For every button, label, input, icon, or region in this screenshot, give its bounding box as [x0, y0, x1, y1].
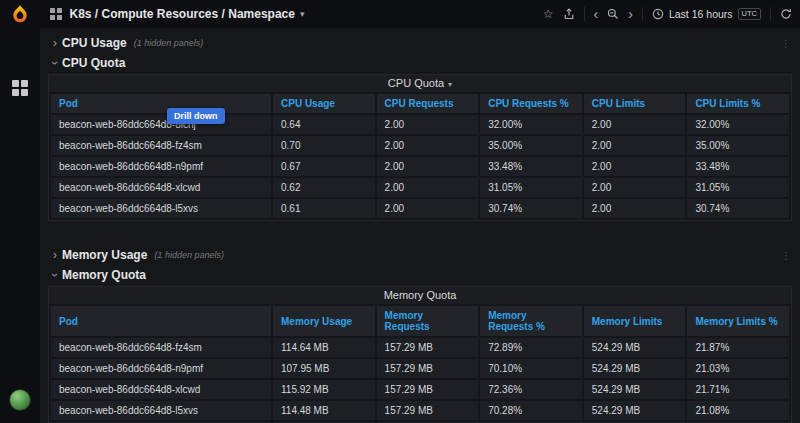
table-row: beacon-web-86ddc664d8-fz4sm0.702.0035.00…	[50, 135, 790, 156]
breadcrumb-chevron-down-icon[interactable]: ▾	[300, 9, 305, 19]
time-range-picker[interactable]: Last 16 hours UTC	[652, 8, 761, 20]
column-header[interactable]: CPU Limits %	[686, 93, 790, 114]
timezone-badge: UTC	[738, 8, 761, 20]
column-header[interactable]: CPU Requests %	[479, 93, 583, 114]
row-title: CPU Usage	[62, 36, 127, 50]
value-cell: 32.00%	[479, 114, 583, 135]
column-header[interactable]: Memory Requests %	[479, 305, 583, 337]
row-cpu-quota[interactable]: › CPU Quota	[48, 53, 792, 73]
divider	[584, 7, 585, 21]
cpu-quota-panel: CPU Quota▾ PodCPU UsageCPU RequestsCPU R…	[48, 74, 792, 221]
value-cell: 107.95 MB	[272, 358, 376, 379]
row-title: Memory Quota	[62, 268, 146, 282]
header-row: PodCPU UsageCPU RequestsCPU Requests %CP…	[50, 93, 790, 114]
value-cell: 157.29 MB	[376, 337, 480, 358]
value-cell: 72.36%	[479, 379, 583, 400]
sidebar-item-dashboards[interactable]	[12, 80, 28, 96]
dashboard-content: › CPU Usage (1 hidden panels) ⋮ › CPU Qu…	[40, 28, 800, 423]
column-header[interactable]: CPU Limits	[583, 93, 687, 114]
value-cell: 30.74%	[686, 198, 790, 219]
column-header[interactable]: Memory Requests	[376, 305, 480, 337]
user-avatar[interactable]	[9, 389, 31, 411]
value-cell: 31.05%	[479, 177, 583, 198]
value-cell: 0.64	[272, 114, 376, 135]
pod-cell[interactable]: beacon-web-86ddc664d8-xlcwd	[50, 379, 272, 400]
value-cell: 114.64 MB	[272, 337, 376, 358]
divider	[770, 7, 771, 21]
value-cell: 2.00	[583, 156, 687, 177]
refresh-icon[interactable]	[780, 8, 792, 20]
chevron-right-icon: ›	[48, 36, 62, 50]
pod-cell[interactable]: beacon-web-86ddc664d8-fz4sm	[50, 337, 272, 358]
hidden-panels-hint: (1 hidden panels)	[154, 250, 224, 260]
panel-title-menu[interactable]: CPU Quota▾	[49, 75, 791, 92]
column-header[interactable]: Pod	[50, 93, 272, 114]
table-row: beacon-web-86ddc664d8-l5xvs0.612.0030.74…	[50, 198, 790, 219]
time-shift-right-icon[interactable]: ›	[628, 7, 633, 21]
share-icon[interactable]	[563, 8, 575, 20]
value-cell: 33.48%	[479, 156, 583, 177]
value-cell: 32.00%	[686, 114, 790, 135]
value-cell: 2.00	[376, 156, 480, 177]
value-cell: 30.74%	[479, 198, 583, 219]
drill-down-tooltip[interactable]: Drill down	[167, 108, 225, 124]
zoom-out-icon[interactable]	[607, 8, 619, 20]
value-cell: 70.28%	[479, 400, 583, 421]
sidebar	[0, 0, 40, 423]
divider	[642, 7, 643, 21]
column-header[interactable]: Pod	[50, 305, 272, 337]
column-header[interactable]: Memory Usage	[272, 305, 376, 337]
row-drag-handle-icon[interactable]: ⋮	[781, 250, 792, 261]
value-cell: 0.70	[272, 135, 376, 156]
pod-cell[interactable]: beacon-web-86ddc664d8-l5xvs	[50, 400, 272, 421]
value-cell: 21.71%	[686, 379, 790, 400]
column-header[interactable]: Memory Limits %	[686, 305, 790, 337]
breadcrumb[interactable]: K8s / Compute Resources / Namespace	[70, 7, 295, 21]
spacer	[48, 223, 792, 245]
panel-title: CPU Quota	[388, 77, 444, 89]
value-cell: 2.00	[376, 177, 480, 198]
memory-quota-table: PodMemory UsageMemory RequestsMemory Req…	[49, 304, 791, 423]
time-shift-left-icon[interactable]: ‹	[594, 7, 599, 21]
value-cell: 114.48 MB	[272, 400, 376, 421]
pod-cell[interactable]: beacon-web-86ddc664d8-n9pmf	[50, 358, 272, 379]
pod-cell[interactable]: beacon-web-86ddc664d8-8lchj	[50, 114, 272, 135]
table-row: beacon-web-86ddc664d8-8lchj0.642.0032.00…	[50, 114, 790, 135]
row-drag-handle-icon[interactable]: ⋮	[781, 38, 792, 49]
value-cell: 70.10%	[479, 358, 583, 379]
dashboard-grid-icon	[50, 8, 62, 20]
value-cell: 0.62	[272, 177, 376, 198]
star-icon[interactable]: ☆	[543, 8, 554, 20]
value-cell: 2.00	[583, 198, 687, 219]
cpu-quota-table: PodCPU UsageCPU RequestsCPU Requests %CP…	[49, 92, 791, 220]
hidden-panels-hint: (1 hidden panels)	[134, 38, 204, 48]
pod-cell[interactable]: beacon-web-86ddc664d8-l5xvs	[50, 198, 272, 219]
value-cell: 524.29 MB	[583, 358, 687, 379]
grafana-logo-icon[interactable]	[0, 0, 40, 28]
panel-title-menu[interactable]: Memory Quota	[49, 287, 791, 304]
value-cell: 524.29 MB	[583, 379, 687, 400]
pod-cell[interactable]: beacon-web-86ddc664d8-n9pmf	[50, 156, 272, 177]
panel-title: Memory Quota	[384, 289, 457, 301]
header-row: PodMemory UsageMemory RequestsMemory Req…	[50, 305, 790, 337]
column-header[interactable]: CPU Usage	[272, 93, 376, 114]
clock-icon	[652, 8, 664, 20]
value-cell: 31.05%	[686, 177, 790, 198]
row-memory-quota[interactable]: › Memory Quota	[48, 265, 792, 285]
value-cell: 21.03%	[686, 358, 790, 379]
table-row: beacon-web-86ddc664d8-n9pmf0.672.0033.48…	[50, 156, 790, 177]
pod-cell[interactable]: beacon-web-86ddc664d8-fz4sm	[50, 135, 272, 156]
panel-menu-caret-icon: ▾	[448, 80, 452, 89]
value-cell: 157.29 MB	[376, 379, 480, 400]
column-header[interactable]: CPU Requests	[376, 93, 480, 114]
apps-grid-icon	[12, 80, 28, 96]
row-title: CPU Quota	[62, 56, 125, 70]
value-cell: 524.29 MB	[583, 337, 687, 358]
row-memory-usage[interactable]: › Memory Usage (1 hidden panels) ⋮	[48, 245, 792, 265]
navbar: K8s / Compute Resources / Namespace ▾ ☆ …	[40, 0, 800, 28]
value-cell: 2.00	[583, 135, 687, 156]
table-row: beacon-web-86ddc664d8-fz4sm114.64 MB157.…	[50, 337, 790, 358]
column-header[interactable]: Memory Limits	[583, 305, 687, 337]
row-cpu-usage[interactable]: › CPU Usage (1 hidden panels) ⋮	[48, 33, 792, 53]
pod-cell[interactable]: beacon-web-86ddc664d8-xlcwd	[50, 177, 272, 198]
